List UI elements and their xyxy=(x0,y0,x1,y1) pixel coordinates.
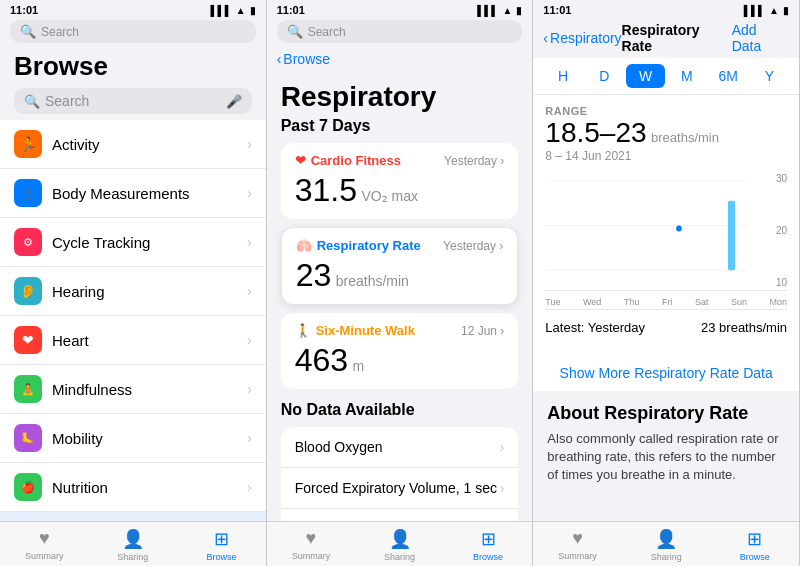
time-btn-d[interactable]: D xyxy=(585,64,624,88)
time-btn-6m[interactable]: 6M xyxy=(708,64,747,88)
tab-browse-1[interactable]: ⊞ Browse xyxy=(177,528,266,562)
browse-title: Browse xyxy=(14,51,252,82)
latest-bar: Latest: Yesterday 23 breaths/min xyxy=(545,309,787,345)
cardio-fitness-card[interactable]: ❤ Cardio Fitness Yesterday › 31.5 VO₂ ma… xyxy=(281,143,519,219)
top-search-row-1: 🔍 Search xyxy=(0,18,266,47)
wifi-icon-1: ▲ xyxy=(236,5,246,16)
walk-card-title: 🚶 Six-Minute Walk xyxy=(295,323,415,338)
sidebar-item-heart[interactable]: ❤ Heart › xyxy=(0,316,266,365)
top-search-bar-1[interactable]: 🔍 Search xyxy=(10,20,256,43)
sidebar-item-mindfulness[interactable]: 🧘 Mindfulness › xyxy=(0,365,266,414)
tab-browse-icon-3: ⊞ xyxy=(747,528,762,550)
show-more-link[interactable]: Show More Respiratory Rate Data xyxy=(533,355,799,391)
tab-summary-3[interactable]: ♥ Summary xyxy=(533,528,622,562)
back-link-2[interactable]: ‹ Browse xyxy=(277,51,330,67)
time-btn-w[interactable]: W xyxy=(626,64,665,88)
time-selector: H D W M 6M Y xyxy=(533,58,799,95)
sidebar-item-activity[interactable]: 🏃 Activity › xyxy=(0,120,266,169)
activity-label: Activity xyxy=(52,136,247,153)
panel3-content: H D W M 6M Y RANGE 18.5–23 breaths/min 8… xyxy=(533,58,799,521)
sidebar-item-respiratory[interactable]: 🫁 Respiratory › xyxy=(0,512,266,521)
tab-sharing-3[interactable]: 👤 Sharing xyxy=(622,528,711,562)
tab-browse-label-3: Browse xyxy=(740,552,770,562)
cardio-icon: ❤ xyxy=(295,153,306,168)
panel3-nav: ‹ Respiratory Respiratory Rate Add Data xyxy=(533,18,799,58)
mindfulness-chevron: › xyxy=(247,381,252,397)
status-icons-2: ▌▌▌ ▲ ▮ xyxy=(477,5,522,16)
mobility-label: Mobility xyxy=(52,430,247,447)
resp-unit: breaths/min xyxy=(336,273,409,289)
respiratory-rate-card[interactable]: 🫁 Respiratory Rate Yesterday › 23 breath… xyxy=(281,227,519,305)
cycle-chevron: › xyxy=(247,234,252,250)
status-time-2: 11:01 xyxy=(277,4,305,16)
respiratory-title: Respiratory xyxy=(281,81,519,113)
tab-bar-3: ♥ Summary 👤 Sharing ⊞ Browse xyxy=(533,521,799,566)
walk-card[interactable]: 🚶 Six-Minute Walk 12 Jun › 463 m xyxy=(281,313,519,389)
x-label-sun: Sun xyxy=(731,297,747,307)
resp-value: 23 xyxy=(296,257,332,293)
status-bar-2: 11:01 ▌▌▌ ▲ ▮ xyxy=(267,0,533,18)
activity-icon: 🏃 xyxy=(14,130,42,158)
chart-x-labels: Tue Wed Thu Fri Sat Sun Mon xyxy=(545,295,787,309)
x-label-thu: Thu xyxy=(624,297,640,307)
back-link-3[interactable]: ‹ Respiratory xyxy=(543,30,621,46)
browse-search[interactable]: 🔍 Search 🎤 xyxy=(14,88,252,114)
body-chevron: › xyxy=(247,185,252,201)
latest-value: 23 breaths/min xyxy=(701,320,787,335)
no-data-title: No Data Available xyxy=(281,401,519,419)
svg-point-3 xyxy=(676,226,682,232)
no-data-fev[interactable]: Forced Expiratory Volume, 1 sec › xyxy=(281,468,519,509)
x-label-fri: Fri xyxy=(662,297,673,307)
top-search-label-2: Search xyxy=(308,25,346,39)
blood-oxygen-label: Blood Oxygen xyxy=(295,439,383,455)
about-text: Also commonly called respiration rate or… xyxy=(547,430,785,485)
tab-summary-icon-2: ♥ xyxy=(306,528,317,549)
cardio-date: Yesterday › xyxy=(444,154,504,168)
signal-icon-3: ▌▌▌ xyxy=(744,5,765,16)
heart-icon: ❤ xyxy=(14,326,42,354)
range-unit: breaths/min xyxy=(651,130,719,145)
sidebar-item-hearing[interactable]: 👂 Hearing › xyxy=(0,267,266,316)
date-range: 8 – 14 Jun 2021 xyxy=(545,149,787,163)
sidebar-item-cycle[interactable]: ⚙ Cycle Tracking › xyxy=(0,218,266,267)
tab-sharing-label-1: Sharing xyxy=(117,552,148,562)
sidebar-item-mobility[interactable]: 🦶 Mobility › xyxy=(0,414,266,463)
mindfulness-icon: 🧘 xyxy=(14,375,42,403)
time-btn-h[interactable]: H xyxy=(543,64,582,88)
resp-card-title: 🫁 Respiratory Rate xyxy=(296,238,421,253)
resp-card-header: 🫁 Respiratory Rate Yesterday › xyxy=(296,238,504,253)
fev-label: Forced Expiratory Volume, 1 sec xyxy=(295,480,497,496)
top-search-bar-2[interactable]: 🔍 Search xyxy=(277,20,523,43)
sidebar-item-nutrition[interactable]: 🍎 Nutrition › xyxy=(0,463,266,512)
tab-browse-3[interactable]: ⊞ Browse xyxy=(710,528,799,562)
cardio-value: 31.5 xyxy=(295,172,357,208)
tab-summary-2[interactable]: ♥ Summary xyxy=(267,528,356,562)
top-search-row-2: 🔍 Search xyxy=(267,18,533,47)
add-data-button[interactable]: Add Data xyxy=(732,22,789,54)
tab-summary-label-3: Summary xyxy=(558,551,597,561)
sidebar-item-body[interactable]: 👤 Body Measurements › xyxy=(0,169,266,218)
heart-label: Heart xyxy=(52,332,247,349)
walk-icon: 🚶 xyxy=(295,323,311,338)
no-data-blood-oxygen[interactable]: Blood Oxygen › xyxy=(281,427,519,468)
tab-summary-icon-1: ♥ xyxy=(39,528,50,549)
battery-icon-2: ▮ xyxy=(516,5,522,16)
tab-sharing-1[interactable]: 👤 Sharing xyxy=(89,528,178,562)
tab-browse-label-2: Browse xyxy=(473,552,503,562)
tab-summary-1[interactable]: ♥ Summary xyxy=(0,528,89,562)
tab-sharing-icon-2: 👤 xyxy=(389,528,411,550)
tab-browse-icon-1: ⊞ xyxy=(214,528,229,550)
y-label-30: 30 xyxy=(776,173,787,184)
hearing-label: Hearing xyxy=(52,283,247,300)
cardio-value-row: 31.5 VO₂ max xyxy=(295,172,505,209)
browse-menu-list: 🏃 Activity › 👤 Body Measurements › ⚙ Cyc… xyxy=(0,120,266,521)
time-btn-m[interactable]: M xyxy=(667,64,706,88)
x-label-wed: Wed xyxy=(583,297,601,307)
no-data-fvc[interactable]: Forced Vital Capacity › xyxy=(281,509,519,521)
tab-browse-2[interactable]: ⊞ Browse xyxy=(444,528,533,562)
top-search-label-1: Search xyxy=(41,25,79,39)
time-btn-y[interactable]: Y xyxy=(750,64,789,88)
tab-browse-icon-2: ⊞ xyxy=(481,528,496,550)
tab-sharing-2[interactable]: 👤 Sharing xyxy=(355,528,444,562)
x-label-sat: Sat xyxy=(695,297,709,307)
